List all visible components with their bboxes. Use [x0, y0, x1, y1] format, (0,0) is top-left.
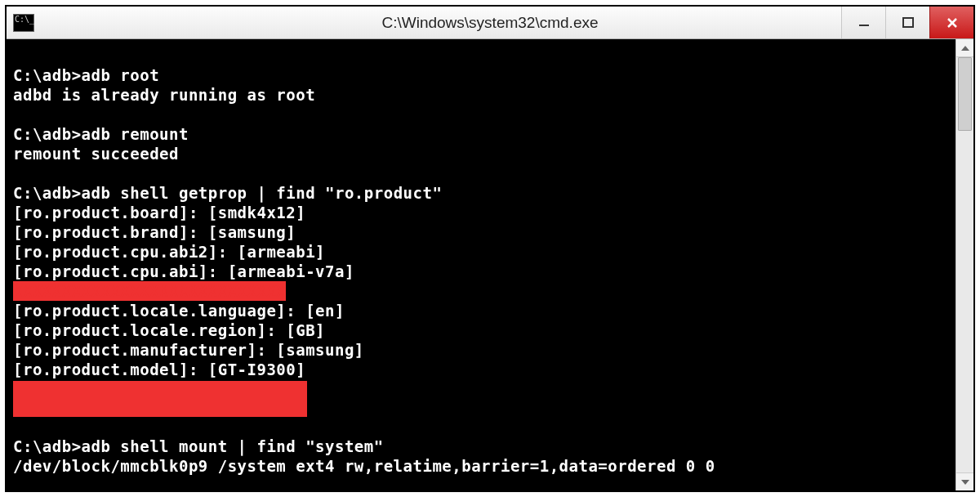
client-area: C:\adb>adb rootadbd is already running a… — [7, 39, 973, 490]
window-title: C:\Windows\system32\cmd.exe — [7, 14, 973, 32]
prompt: C:\adb> — [13, 66, 82, 84]
maximize-icon — [901, 16, 915, 30]
out-remount: remount succeeded — [13, 144, 951, 163]
cmd-getprop: adb shell getprop | find "ro.product" — [82, 184, 443, 202]
prompt: C:\adb> — [13, 184, 82, 202]
terminal-output[interactable]: C:\adb>adb rootadbd is already running a… — [7, 39, 956, 490]
cmd-adb-remount: adb remount — [82, 125, 189, 143]
close-button[interactable] — [929, 7, 973, 38]
minimize-icon — [857, 16, 871, 30]
minimize-button[interactable] — [841, 7, 885, 38]
prompt: C:\adb> — [13, 125, 82, 143]
titlebar[interactable]: C:\Windows\system32\cmd.exe — [7, 7, 973, 39]
window-controls — [841, 7, 973, 38]
cmd-mount: adb shell mount | find "system" — [82, 437, 384, 455]
out-mount: /dev/block/mmcblk0p9 /system ext4 rw,rel… — [13, 456, 951, 476]
prop-locale-region: [ro.product.locale.region]: [GB] — [13, 320, 951, 340]
chevron-down-icon — [961, 480, 969, 485]
chevron-up-icon — [961, 46, 969, 51]
scroll-thumb[interactable] — [958, 57, 972, 131]
cmd-adb-root: adb root — [82, 66, 160, 84]
redacted-line: XXXXXXXXXXXXXXXXXXXXXXXXXXXX — [13, 281, 286, 301]
maximize-button[interactable] — [885, 7, 929, 38]
svg-rect-1 — [903, 18, 913, 27]
scroll-up-button[interactable] — [956, 39, 973, 57]
vertical-scrollbar[interactable] — [956, 39, 973, 490]
out-adbd-root: adbd is already running as root — [13, 85, 951, 105]
prop-cpu-abi2: [ro.product.cpu.abi2]: [armeabi] — [13, 242, 951, 262]
prop-manufacturer: [ro.product.manufacturer]: [samsung] — [13, 340, 951, 360]
scroll-down-button[interactable] — [956, 472, 973, 490]
redacted-block — [13, 381, 307, 417]
prop-cpu-abi: [ro.product.cpu.abi]: [armeabi-v7a] — [13, 262, 951, 281]
prop-board: [ro.product.board]: [smdk4x12] — [13, 203, 951, 222]
prop-model: [ro.product.model]: [GT-I9300] — [13, 360, 951, 379]
prompt: C:\adb> — [13, 437, 82, 455]
window-frame: C:\Windows\system32\cmd.exe C:\adb>adb r… — [5, 5, 975, 492]
prop-locale-lang: [ro.product.locale.language]: [en] — [13, 301, 951, 320]
prop-brand: [ro.product.brand]: [samsung] — [13, 222, 951, 242]
close-icon — [945, 16, 960, 30]
system-menu-icon[interactable] — [13, 14, 34, 32]
